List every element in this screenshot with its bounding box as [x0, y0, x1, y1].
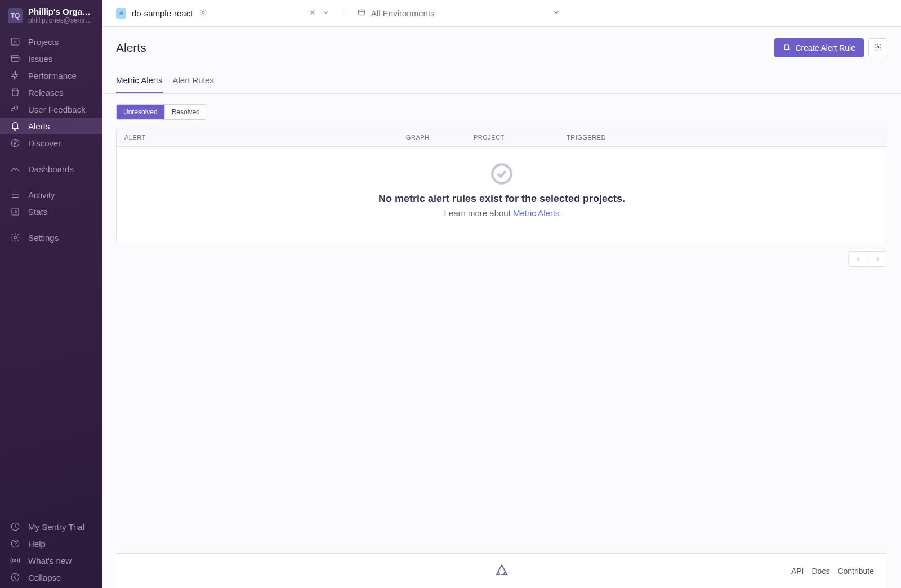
sidebar-item-label: Help: [28, 539, 46, 549]
project-settings-icon[interactable]: [199, 8, 207, 18]
feedback-icon: [10, 104, 20, 114]
sidebar-item-label: Alerts: [28, 122, 50, 131]
svg-point-7: [15, 560, 16, 562]
siren-icon: [783, 43, 791, 53]
sidebar-item-collapse[interactable]: Collapse: [0, 569, 102, 586]
status-filter: Unresolved Resolved: [116, 104, 207, 120]
sidebar-item-releases[interactable]: Releases: [0, 84, 102, 101]
alerts-table: Alert Graph Project Triggered No metric …: [116, 128, 887, 243]
empty-subtitle: Learn more about Metric Alerts: [128, 208, 876, 218]
help-icon: [10, 538, 20, 549]
sidebar-item-label: Issues: [28, 54, 52, 64]
content: Alerts Create Alert Rule Metric Alerts A…: [102, 27, 901, 588]
org-email: phillip.jones@sentr…: [28, 16, 95, 24]
window-icon: [358, 8, 365, 18]
col-project: Project: [474, 134, 567, 141]
sidebar-item-settings[interactable]: Settings: [0, 229, 102, 246]
sidebar-item-stats[interactable]: Stats: [0, 203, 102, 220]
sidebar-item-label: Stats: [28, 207, 47, 217]
avatar: TQ: [8, 8, 23, 23]
sidebar-item-label: My Sentry Trial: [28, 522, 84, 532]
page-title: Alerts: [116, 41, 146, 55]
main: ⚛ do-sample-react All Environments Alert…: [102, 0, 901, 588]
clear-icon[interactable]: [309, 8, 316, 18]
chevron-down-icon[interactable]: [322, 8, 330, 18]
projects-icon: [10, 37, 20, 47]
sidebar-item-label: Settings: [28, 233, 59, 243]
create-alert-button[interactable]: Create Alert Rule: [774, 38, 864, 57]
check-circle-icon: [490, 163, 513, 185]
issues-icon: [10, 53, 20, 64]
filter-resolved[interactable]: Resolved: [164, 105, 207, 119]
org-name: Phillip's Organiz…: [28, 7, 95, 16]
discover-icon: [10, 138, 20, 148]
pagination: [116, 251, 887, 267]
footer-contribute-link[interactable]: Contribute: [837, 567, 874, 576]
chevron-down-icon: [552, 8, 560, 18]
empty-title: No metric alert rules exist for the sele…: [128, 193, 876, 205]
tabs: Metric Alerts Alert Rules: [102, 70, 901, 94]
stats-icon: [10, 207, 20, 217]
sidebar-item-label: What's new: [28, 556, 72, 565]
filter-unresolved[interactable]: Unresolved: [117, 105, 164, 119]
svg-rect-10: [359, 10, 365, 15]
sidebar-item-user-feedback[interactable]: User Feedback: [0, 101, 102, 118]
svg-point-4: [14, 236, 17, 239]
sidebar-item-alerts[interactable]: Alerts: [0, 118, 102, 134]
releases-icon: [10, 87, 20, 97]
sidebar-item-issues[interactable]: Issues: [0, 50, 102, 67]
environment-label: All Environments: [371, 8, 435, 18]
col-triggered: Triggered: [567, 134, 879, 141]
col-alert: Alert: [124, 134, 406, 141]
project-name: do-sample-react: [132, 8, 193, 18]
project-selector[interactable]: ⚛ do-sample-react: [116, 8, 330, 19]
sidebar-item-trial[interactable]: My Sentry Trial: [0, 518, 102, 535]
topbar: ⚛ do-sample-react All Environments: [102, 0, 901, 27]
sidebar-item-performance[interactable]: Performance: [0, 67, 102, 84]
collapse-icon: [10, 572, 20, 582]
broadcast-icon: [10, 555, 20, 565]
svg-point-6: [11, 540, 19, 547]
page-next-button[interactable]: [868, 252, 887, 266]
sidebar-item-discover[interactable]: Discover: [0, 134, 102, 151]
tab-alert-rules[interactable]: Alert Rules: [173, 70, 214, 93]
tab-metric-alerts[interactable]: Metric Alerts: [116, 70, 163, 93]
svg-rect-1: [11, 56, 19, 62]
environment-selector[interactable]: All Environments: [358, 8, 560, 18]
metric-alerts-link[interactable]: Metric Alerts: [513, 208, 560, 218]
alerts-icon: [10, 121, 20, 131]
empty-state: No metric alert rules exist for the sele…: [117, 147, 887, 243]
sidebar: TQ Phillip's Organiz… phillip.jones@sent…: [0, 0, 102, 588]
table-header: Alert Graph Project Triggered: [117, 128, 887, 147]
footer-docs-link[interactable]: Docs: [812, 567, 830, 576]
settings-icon: [10, 232, 20, 243]
performance-icon: [10, 70, 20, 80]
sidebar-item-whatsnew[interactable]: What's new: [0, 552, 102, 569]
sentry-logo-icon: [494, 563, 510, 578]
sidebar-item-label: Collapse: [28, 573, 61, 582]
sidebar-item-label: User Feedback: [28, 105, 86, 114]
sidebar-item-label: Projects: [28, 37, 59, 47]
alert-settings-button[interactable]: [868, 38, 887, 57]
sidebar-item-label: Activity: [28, 190, 55, 200]
activity-icon: [10, 190, 20, 200]
sidebar-item-projects[interactable]: Projects: [0, 33, 102, 50]
sidebar-item-activity[interactable]: Activity: [0, 186, 102, 203]
page-prev-button[interactable]: [849, 252, 868, 266]
sidebar-item-label: Dashboards: [28, 164, 74, 174]
create-alert-label: Create Alert Rule: [795, 43, 855, 52]
sidebar-item-help[interactable]: Help: [0, 535, 102, 552]
svg-point-11: [877, 46, 879, 48]
dashboards-icon: [10, 164, 20, 174]
svg-point-8: [11, 573, 19, 581]
sidebar-item-label: Discover: [28, 138, 61, 148]
org-switcher[interactable]: TQ Phillip's Organiz… phillip.jones@sent…: [0, 0, 102, 31]
svg-point-9: [203, 11, 205, 14]
footer-api-link[interactable]: API: [791, 567, 804, 576]
sidebar-item-label: Performance: [28, 71, 77, 80]
react-icon: ⚛: [116, 8, 126, 19]
sidebar-item-label: Releases: [28, 88, 64, 97]
sidebar-item-dashboards[interactable]: Dashboards: [0, 160, 102, 177]
svg-point-2: [11, 139, 19, 147]
trial-icon: [10, 522, 20, 532]
